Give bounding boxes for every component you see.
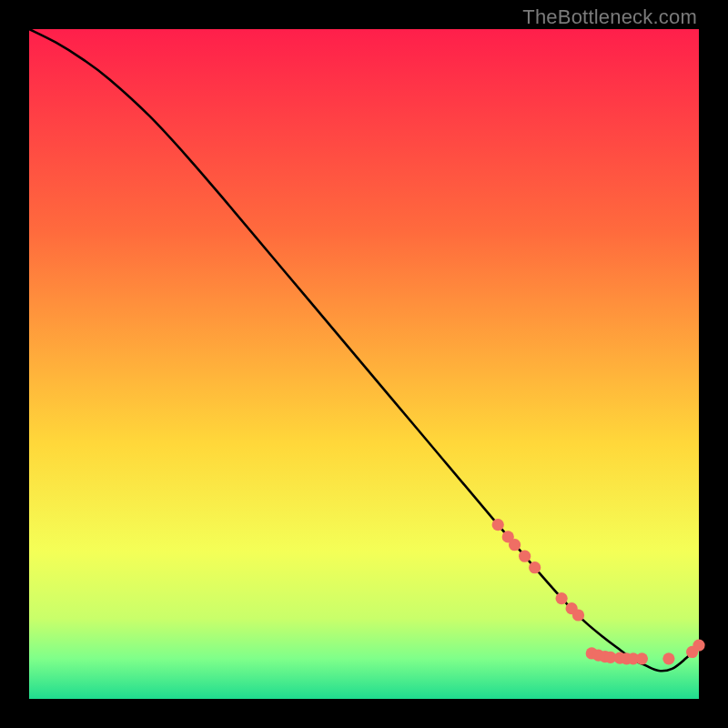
bottleneck-curve bbox=[29, 29, 699, 671]
chart-stage: TheBottleneck.com bbox=[0, 0, 728, 728]
watermark-text: TheBottleneck.com bbox=[522, 5, 697, 29]
data-point bbox=[572, 609, 584, 621]
data-point bbox=[555, 592, 567, 604]
data-point bbox=[519, 551, 531, 562]
data-point bbox=[636, 652, 648, 664]
data-point bbox=[492, 519, 504, 531]
curve-layer bbox=[29, 29, 699, 699]
data-point bbox=[693, 639, 704, 651]
data-point bbox=[662, 652, 674, 664]
data-markers bbox=[492, 519, 705, 664]
plot-area bbox=[29, 29, 699, 699]
data-point bbox=[509, 539, 521, 551]
data-point bbox=[529, 561, 541, 573]
